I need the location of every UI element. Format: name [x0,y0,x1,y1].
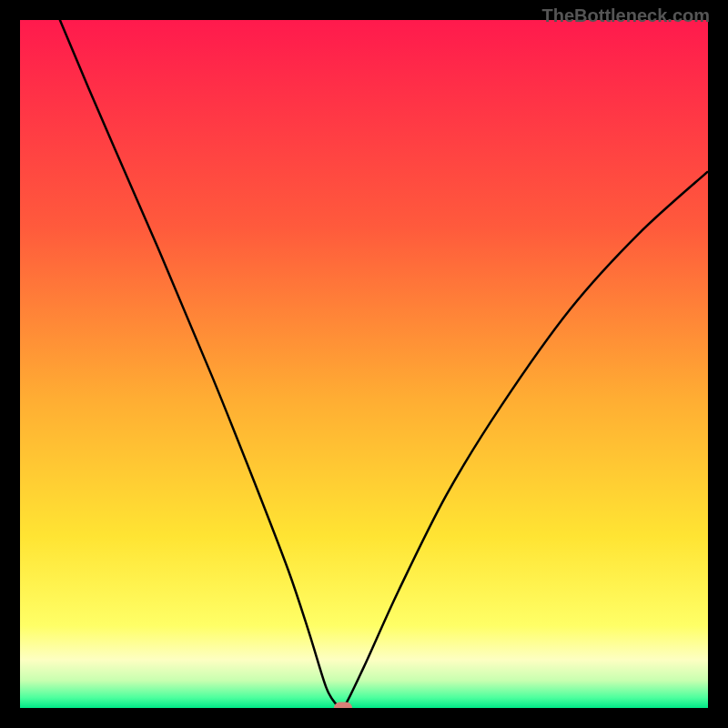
bottleneck-curve [20,20,708,708]
plot-area [20,20,708,708]
watermark-text: TheBottleneck.com [542,5,710,26]
optimum-marker [334,703,352,709]
